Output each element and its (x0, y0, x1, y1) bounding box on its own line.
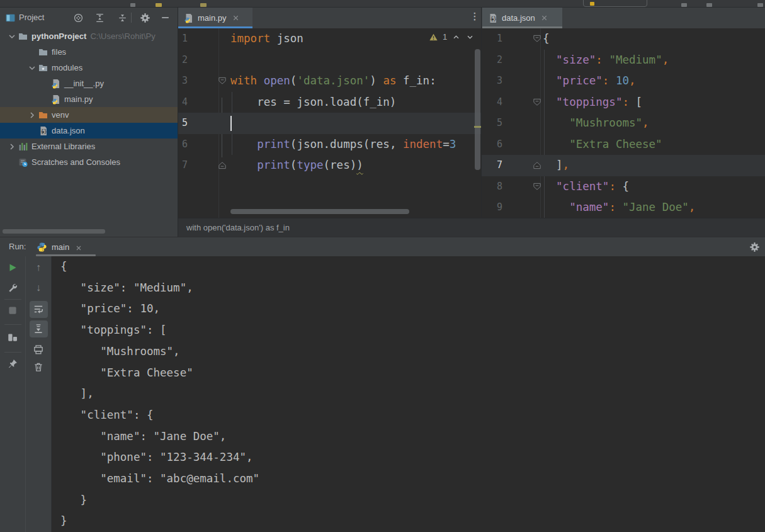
code-line-3[interactable]: 3 "price": 10, (482, 71, 765, 92)
code-line-9[interactable]: 9 "name": "Jane Doe", (482, 197, 765, 218)
down-stacktrace-icon[interactable]: ↓ (33, 282, 44, 293)
soft-wrap-toggle[interactable] (30, 301, 48, 318)
code-editor-main-py[interactable]: 1import json23with open('data.json') as … (178, 28, 481, 218)
fold-end-icon[interactable] (217, 161, 227, 170)
code-line-8[interactable]: 8 "client": { (482, 176, 765, 198)
code-line-7[interactable]: 7 print(type(res)) (178, 155, 481, 176)
chevron-down-icon[interactable] (26, 63, 38, 73)
tab-main-py[interactable]: main.py (178, 8, 252, 28)
project-horizontal-scrollbar[interactable] (3, 229, 105, 234)
soft-wrap-icon (33, 303, 44, 315)
tree-item-scratches-and-consoles[interactable]: Scratches and Consoles (0, 154, 178, 170)
chevron-right-icon[interactable] (26, 110, 38, 120)
prev-warning-icon[interactable] (451, 33, 461, 42)
tab-options-kebab-icon[interactable]: ⋮ (470, 11, 480, 25)
restore-layout-icon[interactable] (7, 332, 18, 343)
editor-vertical-scrollbar[interactable] (475, 49, 480, 170)
code-line-6[interactable]: 6 print(json.dumps(res, indent=3 (178, 134, 481, 156)
run-config-icon (590, 2, 594, 6)
tree-item-label: data.json (52, 126, 85, 135)
locate-file-icon[interactable] (73, 13, 84, 23)
tab-label: main.py (198, 13, 227, 23)
run-tab-label: main (52, 242, 69, 252)
breadcrumb[interactable]: with open('data.json') as f_in (186, 218, 290, 237)
project-title: Project (19, 13, 44, 22)
clear-console-icon[interactable] (33, 361, 44, 373)
console-line: "Extra Cheese" (52, 363, 765, 384)
print-icon[interactable] (33, 344, 44, 355)
text-cursor (230, 116, 232, 131)
run-tab-main[interactable]: main (37, 237, 82, 256)
libs-icon (18, 142, 28, 152)
fold-start-icon[interactable] (217, 76, 227, 86)
code-line-7[interactable]: 7 ], (482, 155, 765, 176)
tree-item-venv[interactable]: venv (0, 107, 178, 123)
project-tree: pythonProjectC:\Users\Rohit\Pyfilesmodul… (0, 28, 178, 170)
tree-item-data-json[interactable]: {}data.json (0, 123, 178, 139)
tree-item-files[interactable]: files (0, 44, 178, 60)
code-line-2[interactable]: 2 "size": "Medium", (482, 50, 765, 71)
inspections-widget[interactable]: 1 (429, 32, 475, 42)
expand-all-icon[interactable] (94, 13, 105, 23)
fold-start-icon[interactable] (532, 34, 542, 43)
chevron-spacer (26, 126, 38, 136)
code-text: "price": 10, (543, 71, 636, 92)
tree-item--init-py[interactable]: __init__.py (0, 76, 178, 91)
line-number: 7 (482, 155, 502, 176)
next-warning-icon[interactable] (465, 33, 475, 42)
tree-item-label: Scratches and Consoles (31, 157, 120, 167)
code-line-4[interactable]: 4 "toppings": [ (482, 92, 765, 113)
scratch-icon (18, 157, 28, 167)
console-line: "email": "abc@email.com" (52, 468, 765, 490)
editor-horizontal-scrollbar[interactable] (230, 209, 409, 214)
code-line-5[interactable]: 5 "Mushrooms", (482, 113, 765, 134)
project-header: Project (0, 8, 178, 28)
chevron-right-icon[interactable] (6, 142, 18, 152)
code-editor-data-json[interactable]: 1{2 "size": "Medium",3 "price": 10,4 "to… (482, 28, 765, 218)
console-line: "toppings": [ (52, 320, 765, 341)
tree-item-external-libraries[interactable]: External Libraries (0, 139, 178, 154)
code-line-3[interactable]: 3with open('data.json') as f_in: (178, 71, 481, 92)
hide-panel-icon[interactable] (160, 12, 171, 23)
editor-tabbar: main.py ⋮ (178, 8, 481, 28)
run-console-output[interactable]: { "size": "Medium", "price": 10, "toppin… (52, 256, 765, 532)
rerun-icon[interactable] (7, 262, 18, 273)
run-settings-gear-icon[interactable] (749, 242, 760, 252)
close-tab-icon[interactable] (232, 14, 240, 22)
line-number: 5 (178, 113, 188, 134)
line-number: 4 (178, 92, 188, 113)
wrench-settings-icon[interactable] (7, 282, 18, 293)
project-path: C:\Users\Rohit\Py (90, 31, 155, 41)
code-line-5[interactable]: 5 (178, 113, 481, 134)
collapse-all-icon[interactable] (117, 13, 128, 23)
console-line: ], (52, 383, 765, 405)
gear-icon[interactable] (140, 13, 150, 23)
breadcrumb-bar: with open('data.json') as f_in (178, 218, 765, 237)
code-text: with open('data.json') as f_in: (230, 71, 436, 92)
scroll-to-end-toggle[interactable] (30, 320, 48, 337)
tab-data-json[interactable]: {} data.json (482, 8, 562, 28)
tree-item-main-py[interactable]: main.py (0, 91, 178, 107)
fold-end-icon[interactable] (532, 161, 542, 170)
code-line-2[interactable]: 2 (178, 50, 481, 71)
chevron-down-icon[interactable] (6, 31, 18, 42)
code-line-4[interactable]: 4 res = json.load(f_in) (178, 92, 481, 113)
close-tab-icon[interactable] (540, 14, 548, 22)
main-toolbar-strip (0, 0, 765, 8)
run-configuration-selector[interactable] (583, 0, 647, 7)
tab-label: data.json (502, 13, 535, 23)
pin-tab-icon[interactable] (7, 358, 18, 370)
tree-item-modules[interactable]: modules (0, 60, 178, 76)
code-line-6[interactable]: 6 "Extra Cheese" (482, 134, 765, 156)
up-stacktrace-icon[interactable]: ↑ (33, 262, 44, 273)
code-line-1[interactable]: 1{ (482, 28, 765, 50)
fold-start-icon[interactable] (532, 182, 542, 191)
warning-stripe-mark[interactable] (474, 126, 481, 128)
run-toolbar-left (0, 256, 26, 532)
close-run-tab-icon[interactable] (75, 243, 82, 251)
folder-dot-icon (38, 63, 48, 73)
tree-item-pythonproject[interactable]: pythonProjectC:\Users\Rohit\Py (0, 28, 178, 44)
fold-start-icon[interactable] (532, 98, 542, 107)
tree-item-label: __init__.py (64, 79, 104, 88)
stop-icon[interactable] (7, 305, 18, 316)
